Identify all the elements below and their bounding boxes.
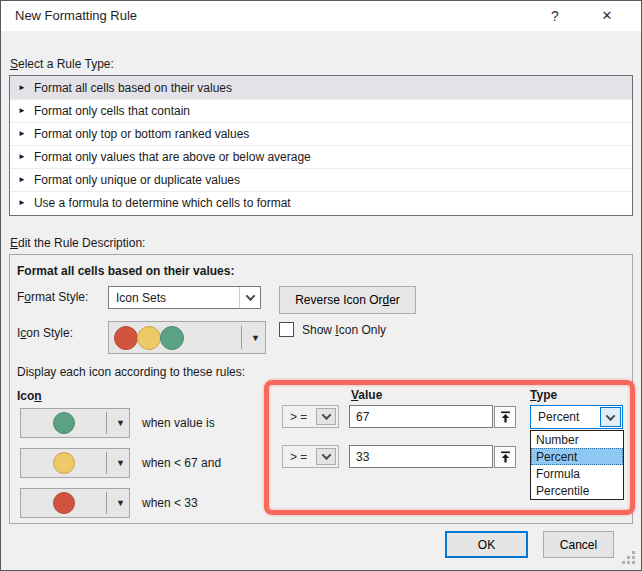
icon-column-header: Icon: [17, 389, 42, 403]
ok-button[interactable]: OK: [445, 531, 528, 558]
type-option-percentile[interactable]: Percentile: [531, 482, 623, 499]
red-circle-icon: [114, 326, 138, 350]
green-circle-icon: [53, 412, 75, 434]
title-bar: New Formatting Rule ? ✕: [1, 1, 641, 31]
type-value: Percent: [538, 406, 579, 428]
dropdown-arrow-icon: ▼: [116, 409, 125, 437]
new-formatting-rule-dialog: New Formatting Rule ? ✕ Select a Rule Ty…: [0, 0, 642, 571]
list-bullet-icon: ►: [18, 199, 26, 207]
up-arrow-to-bar-icon: [500, 451, 511, 463]
divider: [106, 492, 107, 514]
icon-selector-red[interactable]: ▼: [20, 488, 130, 518]
icon-style-label: Icon Style:: [17, 326, 73, 340]
red-circle-icon: [53, 492, 75, 514]
rule-type-item-label: Format only cells that contain: [34, 104, 190, 118]
list-bullet-icon: ►: [18, 107, 26, 115]
yellow-circle-icon: [137, 326, 161, 350]
dropdown-arrow-icon: ▼: [116, 489, 125, 517]
divider: [106, 452, 107, 474]
resize-grip[interactable]: [632, 561, 635, 564]
rule-type-label: Select a Rule Type:: [10, 57, 114, 71]
list-bullet-icon: ►: [18, 153, 26, 161]
iconset-preview: [114, 326, 183, 350]
icon-style-dropdown[interactable]: ▼: [108, 321, 266, 354]
chevron-down-icon: [316, 408, 336, 425]
type-option-formula[interactable]: Formula: [531, 465, 623, 482]
dropdown-arrow-icon: ▼: [116, 449, 125, 477]
group-heading: Format all cells based on their values:: [17, 264, 234, 278]
rule-type-item-unique-duplicate[interactable]: ► Format only unique or duplicate values: [10, 168, 632, 191]
format-style-value: Icon Sets: [116, 287, 166, 308]
icon-selector-green[interactable]: ▼: [20, 408, 130, 438]
icon-selector-yellow[interactable]: ▼: [20, 448, 130, 478]
close-icon: ✕: [602, 8, 613, 23]
range-select-button-2[interactable]: [494, 446, 516, 468]
show-icon-only-label[interactable]: Show Icon Only: [302, 323, 386, 337]
type-column-header: Type: [530, 388, 557, 402]
value-column-header: Value: [351, 388, 382, 402]
rule-type-item-ranked[interactable]: ► Format only top or bottom ranked value…: [10, 122, 632, 145]
type-option-number[interactable]: Number: [531, 431, 623, 448]
rule-type-item-label: Format only unique or duplicate values: [34, 173, 240, 187]
help-button[interactable]: ?: [537, 1, 573, 31]
rule-type-item-label: Use a formula to determine which cells t…: [34, 196, 291, 210]
up-arrow-to-bar-icon: [500, 411, 511, 423]
display-rules-label: Display each icon according to these rul…: [17, 365, 245, 379]
rule-type-item-cell-values[interactable]: ► Format all cells based on their values: [10, 76, 632, 99]
rule-type-item-label: Format only values that are above or bel…: [34, 150, 311, 164]
list-bullet-icon: ►: [18, 84, 26, 92]
close-button[interactable]: ✕: [585, 1, 629, 31]
rule-description-group: Format all cells based on their values: …: [9, 254, 633, 524]
reverse-icon-order-button[interactable]: Reverse Icon Order: [279, 286, 416, 314]
show-icon-only-checkbox[interactable]: [279, 322, 294, 337]
format-style-combobox[interactable]: Icon Sets: [108, 286, 261, 309]
dropdown-arrow-icon: ▼: [251, 322, 260, 353]
operator-combobox-1[interactable]: > =: [282, 405, 339, 428]
rule-type-item-label: Format all cells based on their values: [34, 81, 232, 95]
rule-type-item-average[interactable]: ► Format only values that are above or b…: [10, 145, 632, 168]
format-style-label: Format Style:: [17, 290, 88, 304]
rule-type-item-cells-contain[interactable]: ► Format only cells that contain: [10, 99, 632, 122]
chevron-down-icon: [316, 448, 336, 465]
green-circle-icon: [160, 326, 184, 350]
list-bullet-icon: ►: [18, 176, 26, 184]
divider: [241, 326, 242, 349]
rule-type-item-label: Format only top or bottom ranked values: [34, 127, 249, 141]
when-label-2: when < 67 and: [142, 456, 221, 470]
dialog-title: New Formatting Rule: [15, 1, 137, 31]
value-input-1[interactable]: [349, 405, 493, 428]
chevron-down-icon: [600, 407, 621, 427]
rule-type-list: ► Format all cells based on their values…: [9, 75, 633, 216]
operator-value: > =: [290, 446, 307, 467]
range-select-button-1[interactable]: [494, 406, 516, 428]
rule-type-item-formula[interactable]: ► Use a formula to determine which cells…: [10, 191, 632, 214]
rule-description-label: Edit the Rule Description:: [10, 236, 145, 250]
chevron-down-icon: [239, 287, 260, 308]
when-label-1: when value is: [142, 416, 215, 430]
type-option-percent[interactable]: Percent: [531, 448, 623, 465]
yellow-circle-icon: [53, 452, 75, 474]
list-bullet-icon: ►: [18, 130, 26, 138]
when-label-3: when < 33: [142, 496, 198, 510]
operator-value: > =: [290, 406, 307, 427]
cancel-button[interactable]: Cancel: [543, 531, 614, 558]
divider: [106, 412, 107, 434]
help-icon: ?: [551, 8, 559, 24]
value-input-2[interactable]: [349, 445, 493, 468]
operator-combobox-2[interactable]: > =: [282, 445, 339, 468]
type-dropdown-list: Number Percent Formula Percentile: [530, 430, 624, 500]
type-combobox[interactable]: Percent: [530, 405, 623, 429]
